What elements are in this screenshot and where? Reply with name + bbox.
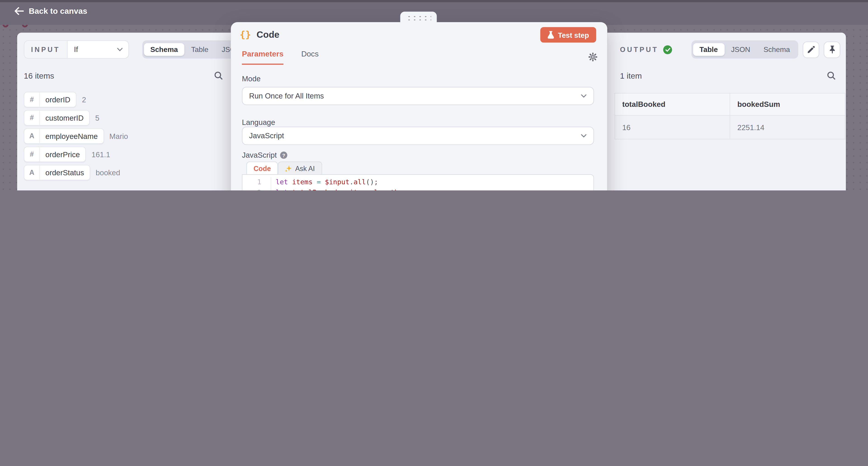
schema-field-name: employeeName bbox=[40, 129, 103, 143]
tab-output-schema[interactable]: Schema bbox=[757, 43, 797, 56]
help-icon[interactable]: ? bbox=[280, 152, 287, 159]
output-cell[interactable]: 16 bbox=[615, 115, 730, 139]
ndv-drag-handle[interactable] bbox=[400, 11, 437, 23]
schema-field-value: booked bbox=[96, 168, 120, 177]
tab-parameters[interactable]: Parameters bbox=[242, 50, 283, 65]
string-type-icon: A bbox=[24, 165, 40, 180]
code-editor: 1let items = $input.all();2let totalBook… bbox=[242, 174, 594, 190]
tab-output-json[interactable]: JSON bbox=[724, 43, 757, 56]
window-top-edge bbox=[0, 0, 868, 2]
output-cell[interactable]: 2251.14 bbox=[730, 115, 845, 139]
mode-select[interactable]: Run Once for All Items bbox=[242, 87, 594, 105]
output-items-count: 1 item bbox=[620, 71, 642, 80]
schema-field-pill[interactable]: # customerID bbox=[24, 110, 90, 126]
test-step-label: Test step bbox=[558, 31, 589, 39]
tab-docs[interactable]: Docs bbox=[301, 50, 319, 65]
grip-dots-icon bbox=[406, 14, 431, 20]
success-check-icon bbox=[663, 45, 672, 54]
sparkles-icon bbox=[285, 165, 292, 172]
number-type-icon: # bbox=[24, 147, 40, 162]
pencil-icon bbox=[807, 46, 815, 53]
tab-input-schema[interactable]: Schema bbox=[144, 43, 185, 56]
schema-field-name: customerID bbox=[40, 111, 89, 125]
schema-field-name: orderStatus bbox=[40, 165, 90, 180]
search-icon bbox=[214, 71, 223, 80]
schema-field-pill[interactable]: # orderID bbox=[24, 92, 76, 107]
output-table: totalBooked bookedSum 16 2251.14 bbox=[614, 93, 845, 139]
schema-field: # customerID 5 bbox=[24, 111, 224, 125]
flask-icon bbox=[548, 31, 554, 39]
code-line-text: let items = $input.all(); bbox=[271, 177, 378, 187]
ndv-tabs: Parameters Docs bbox=[242, 50, 318, 65]
chevron-down-icon bbox=[581, 134, 587, 138]
code-node-detail-view: {} Code Test step Parameters Docs Mode R… bbox=[231, 22, 607, 191]
language-label: Language bbox=[242, 119, 275, 127]
test-step-button[interactable]: Test step bbox=[540, 27, 596, 43]
input-panel-label: INPUT bbox=[31, 46, 60, 53]
line-number: 1 bbox=[243, 177, 271, 187]
back-to-canvas-button[interactable]: Back to canvas bbox=[14, 6, 87, 15]
tab-ask-ai[interactable]: Ask AI bbox=[278, 162, 322, 175]
output-panel: OUTPUT Table JSON Schema 1 item bbox=[608, 33, 846, 190]
pin-icon bbox=[829, 45, 836, 54]
schema-field-value: 5 bbox=[95, 113, 99, 122]
chevron-down-icon bbox=[117, 48, 123, 52]
language-value: JavaScript bbox=[249, 132, 284, 140]
code-line[interactable]: 2let totalBooked = items.length; bbox=[243, 187, 594, 191]
input-source-select[interactable]: INPUT If bbox=[24, 40, 129, 59]
edit-output-button[interactable] bbox=[803, 41, 819, 58]
input-schema-list: # orderID 2 # customerID 5 A employeeNam… bbox=[24, 92, 224, 180]
input-source-value: If bbox=[74, 45, 78, 54]
schema-field-pill[interactable]: A employeeName bbox=[24, 128, 104, 144]
gear-icon bbox=[588, 53, 597, 61]
schema-field-value: 2 bbox=[82, 95, 86, 104]
editor-tabs: Code Ask AI bbox=[246, 162, 322, 175]
string-type-icon: A bbox=[24, 129, 40, 143]
schema-field-pill[interactable]: A orderStatus bbox=[24, 165, 90, 180]
code-line[interactable]: 1let items = $input.all(); bbox=[243, 177, 594, 187]
number-type-icon: # bbox=[24, 92, 40, 107]
schema-field-value: Mario bbox=[110, 132, 128, 140]
node-title[interactable]: Code bbox=[256, 29, 279, 40]
table-row: 16 2251.14 bbox=[615, 115, 845, 139]
app-root: KM I wish this node would... Back to can… bbox=[0, 0, 868, 191]
schema-field-name: orderID bbox=[40, 92, 76, 107]
output-column-header[interactable]: bookedSum bbox=[730, 93, 845, 115]
pin-output-button[interactable] bbox=[824, 41, 840, 58]
node-settings-button[interactable] bbox=[588, 53, 597, 61]
line-number: 2 bbox=[243, 187, 271, 191]
tab-output-table[interactable]: Table bbox=[693, 43, 724, 56]
schema-field-pill[interactable]: # orderPrice bbox=[24, 146, 86, 162]
mode-label: Mode bbox=[242, 75, 260, 83]
schema-field: A orderStatus booked bbox=[24, 165, 224, 180]
schema-field: # orderID 2 bbox=[24, 92, 224, 107]
mode-value: Run Once for All Items bbox=[249, 92, 324, 100]
code-line-text: let totalBooked = items.length; bbox=[271, 187, 403, 191]
code-editor-content[interactable]: 1let items = $input.all();2let totalBook… bbox=[243, 175, 594, 191]
javascript-field-label: JavaScript ? bbox=[242, 151, 287, 160]
output-view-tabs: Table JSON Schema bbox=[691, 40, 798, 59]
output-panel-label: OUTPUT bbox=[620, 46, 658, 53]
schema-field: A employeeName Mario bbox=[24, 129, 224, 143]
code-node-icon: {} bbox=[240, 29, 251, 40]
output-search-button[interactable] bbox=[827, 71, 836, 80]
language-select[interactable]: JavaScript bbox=[242, 127, 594, 145]
search-icon bbox=[827, 71, 836, 80]
tab-code[interactable]: Code bbox=[246, 162, 278, 175]
chevron-down-icon bbox=[581, 94, 587, 98]
number-type-icon: # bbox=[24, 111, 40, 125]
schema-field-name: orderPrice bbox=[40, 147, 86, 162]
arrow-left-icon bbox=[14, 7, 24, 15]
input-panel: INPUT If Schema Table JSON 16 items # bbox=[17, 33, 231, 190]
schema-field-value: 161.1 bbox=[92, 150, 110, 159]
input-search-button[interactable] bbox=[214, 71, 223, 80]
output-column-header[interactable]: totalBooked bbox=[615, 93, 730, 115]
tab-input-table[interactable]: Table bbox=[184, 43, 215, 56]
schema-field: # orderPrice 161.1 bbox=[24, 147, 224, 162]
input-items-count: 16 items bbox=[24, 71, 54, 80]
back-to-canvas-label: Back to canvas bbox=[29, 6, 87, 15]
